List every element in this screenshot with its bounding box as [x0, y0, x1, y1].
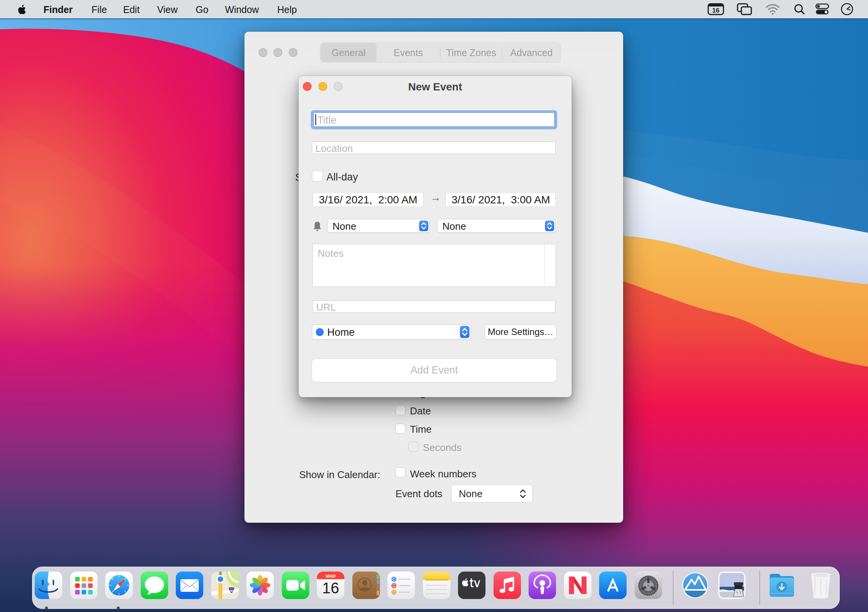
svg-text:280: 280 — [229, 589, 234, 592]
svg-text:16: 16 — [712, 7, 720, 14]
svg-text:MAR: MAR — [326, 574, 336, 578]
svg-text:16: 16 — [322, 580, 339, 596]
